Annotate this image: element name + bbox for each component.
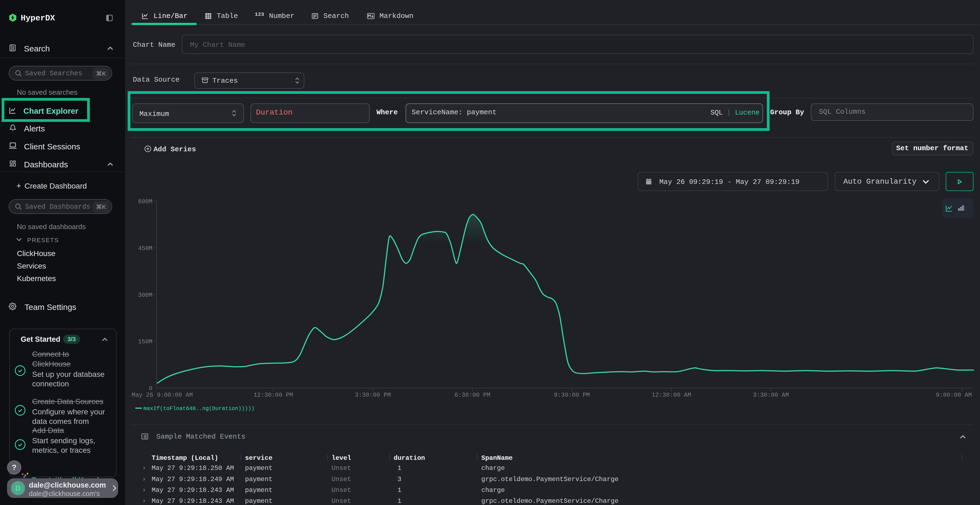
svg-text:3:30:00 AM: 3:30:00 AM: [753, 392, 789, 399]
svg-text:9:30:00 PM: 9:30:00 PM: [554, 392, 590, 399]
svg-text:maxIf(toFloat640..ng(Duration): maxIf(toFloat640..ng(Duration))))): [143, 405, 255, 412]
svg-text:300M: 300M: [138, 292, 153, 299]
svg-text:12:30:00 PM: 12:30:00 PM: [253, 392, 293, 399]
svg-text:6:30:00 PM: 6:30:00 PM: [454, 392, 490, 399]
svg-text:May 26 9:00:00 AM: May 26 9:00:00 AM: [132, 392, 193, 399]
svg-text:12:30:00 AM: 12:30:00 AM: [652, 392, 691, 399]
svg-text:0: 0: [149, 385, 153, 392]
svg-text:3:30:00 PM: 3:30:00 PM: [355, 392, 391, 399]
svg-text:150M: 150M: [138, 338, 153, 345]
svg-text:9:00:00 AM: 9:00:00 AM: [936, 392, 972, 399]
svg-text:450M: 450M: [138, 245, 153, 252]
svg-text:600M: 600M: [138, 199, 153, 205]
